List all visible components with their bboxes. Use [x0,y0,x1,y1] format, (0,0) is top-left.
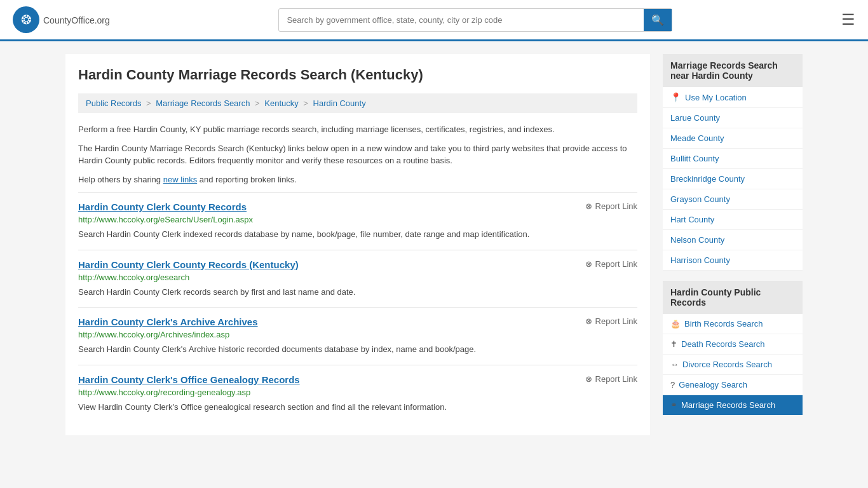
search-button[interactable]: 🔍 [644,9,672,31]
public-record-item-0[interactable]: 🎂 Birth Records Search [663,314,803,334]
breadcrumb-hardin-county[interactable]: Hardin County [313,98,366,108]
logo-icon: ❂ [13,6,39,33]
public-record-item-2[interactable]: ↔ Divorce Records Search [663,355,803,375]
breadcrumb: Public Records > Marriage Records Search… [78,93,637,113]
breadcrumb-sep2: > [255,98,262,108]
header: ❂ CountyOffice.org 🔍 ☰ [0,0,868,41]
result-header-3: Hardin County Clerk's Office Genealogy R… [78,374,637,388]
report-icon-3: ⊗ [585,374,592,384]
public-records-list: 🎂 Birth Records Search ✝ Death Records S… [663,314,803,416]
public-record-item-3[interactable]: ? Genealogy Search [663,375,803,395]
result-url-3: http://www.hccoky.org/recording-genealog… [78,388,637,397]
result-desc-3: View Hardin County Clerk's Office geneal… [78,401,637,414]
use-my-location-link[interactable]: Use My Location [685,93,747,102]
nearby-county-item-0: Larue County [663,108,803,128]
page-title: Hardin County Marriage Records Search (K… [78,67,637,83]
nearby-county-link-3[interactable]: Breckinridge County [670,174,745,184]
nearby-county-item-1: Meade County [663,128,803,149]
nearby-section: Marriage Records Search near Hardin Coun… [663,54,803,271]
nearby-county-item-6: Nelson County [663,230,803,250]
nearby-county-item-2: Bullitt County [663,149,803,169]
nearby-header: Marriage Records Search near Hardin Coun… [663,54,803,87]
logo-text: CountyOffice.org [43,13,110,27]
result-title-0[interactable]: Hardin County Clerk County Records [78,201,247,212]
public-records-section: Hardin County Public Records 🎂 Birth Rec… [663,281,803,416]
public-record-item-1[interactable]: ✝ Death Records Search [663,334,803,355]
breadcrumb-sep3: > [303,98,310,108]
public-record-link-1[interactable]: Death Records Search [681,339,765,349]
public-record-icon-3: ? [670,380,675,390]
search-area: 🔍 [278,8,672,32]
public-record-link-3[interactable]: Genealogy Search [679,380,747,390]
nearby-county-link-7[interactable]: Harrison County [670,255,730,265]
report-icon-2: ⊗ [585,316,592,326]
result-url-2: http://www.hccoky.org/Archives/index.asp [78,330,637,339]
description-3: Help others by sharing new links and rep… [78,173,637,186]
public-record-icon-1: ✝ [670,339,677,349]
result-item: Hardin County Clerk's Archive Archives ⊗… [78,307,637,365]
content-area: Hardin County Marriage Records Search (K… [65,54,650,435]
nearby-counties-list: Larue CountyMeade CountyBullitt CountyBr… [663,108,803,271]
new-links-link[interactable]: new links [163,175,197,184]
nearby-county-link-6[interactable]: Nelson County [670,235,724,245]
report-link-0[interactable]: ⊗ Report Link [585,201,637,211]
main-container: Hardin County Marriage Records Search (K… [53,41,815,448]
result-title-3[interactable]: Hardin County Clerk's Office Genealogy R… [78,374,300,385]
breadcrumb-marriage-records[interactable]: Marriage Records Search [156,98,250,108]
breadcrumb-sep1: > [146,98,153,108]
hamburger-menu-icon[interactable]: ☰ [841,11,855,29]
report-link-2[interactable]: ⊗ Report Link [585,316,637,326]
breadcrumb-kentucky[interactable]: Kentucky [264,98,298,108]
nearby-county-link-2[interactable]: Bullitt County [670,154,719,163]
results-list: Hardin County Clerk County Records ⊗ Rep… [78,192,637,422]
result-header-1: Hardin County Clerk County Records (Kent… [78,259,637,273]
nearby-county-link-5[interactable]: Hart County [670,215,714,224]
desc3-pre: Help others by sharing [78,175,163,184]
result-item: Hardin County Clerk County Records (Kent… [78,250,637,308]
description-1: Perform a free Hardin County, KY public … [78,123,637,136]
search-input[interactable] [279,10,644,30]
description-2: The Hardin County Marriage Records Searc… [78,142,637,167]
report-link-1[interactable]: ⊗ Report Link [585,259,637,269]
use-my-location-item[interactable]: 📍 Use My Location [663,87,803,108]
result-item: Hardin County Clerk County Records ⊗ Rep… [78,192,637,250]
breadcrumb-public-records[interactable]: Public Records [86,98,141,108]
nearby-county-link-0[interactable]: Larue County [670,113,720,123]
nearby-county-link-1[interactable]: Meade County [670,133,724,143]
report-label-0: Report Link [595,201,637,211]
result-title-2[interactable]: Hardin County Clerk's Archive Archives [78,316,258,327]
nearby-county-item-5: Hart County [663,210,803,230]
public-record-icon-0: 🎂 [670,319,681,329]
public-record-link-2[interactable]: Divorce Records Search [682,360,772,369]
sidebar: Marriage Records Search near Hardin Coun… [663,54,803,435]
result-desc-1: Search Hardin County Clerk records searc… [78,286,637,299]
public-record-link-0[interactable]: Birth Records Search [684,319,763,329]
report-label-3: Report Link [595,374,637,384]
result-item: Hardin County Clerk's Office Genealogy R… [78,365,637,423]
result-desc-0: Search Hardin County Clerk indexed recor… [78,228,637,241]
logo-area: ❂ CountyOffice.org [13,6,110,33]
result-title-1[interactable]: Hardin County Clerk County Records (Kent… [78,259,299,270]
report-icon-0: ⊗ [585,201,592,211]
report-label-2: Report Link [595,316,637,326]
report-icon-1: ⊗ [585,259,592,269]
location-pin-icon: 📍 [670,92,681,102]
result-header-0: Hardin County Clerk County Records ⊗ Rep… [78,201,637,215]
result-url-1: http://www.hccoky.org/esearch [78,273,637,282]
result-url-0: http://www.hccoky.org/eSearch/User/Login… [78,215,637,224]
brand-tld: .org [95,15,110,25]
report-link-3[interactable]: ⊗ Report Link [585,374,637,384]
brand-name: CountyOffice [43,15,95,25]
result-header-2: Hardin County Clerk's Archive Archives ⊗… [78,316,637,330]
nearby-county-item-3: Breckinridge County [663,169,803,189]
public-record-link-4[interactable]: Marriage Records Search [681,400,775,410]
nearby-county-link-4[interactable]: Grayson County [670,194,730,204]
public-record-icon-2: ↔ [670,360,679,369]
public-record-icon-4: ⚭ [670,400,677,410]
result-desc-2: Search Hardin County Clerk's Archive his… [78,343,637,356]
public-records-header: Hardin County Public Records [663,281,803,314]
report-label-1: Report Link [595,259,637,269]
public-record-item-4[interactable]: ⚭ Marriage Records Search [663,395,803,416]
nearby-county-item-7: Harrison County [663,250,803,271]
nearby-county-item-4: Grayson County [663,189,803,210]
